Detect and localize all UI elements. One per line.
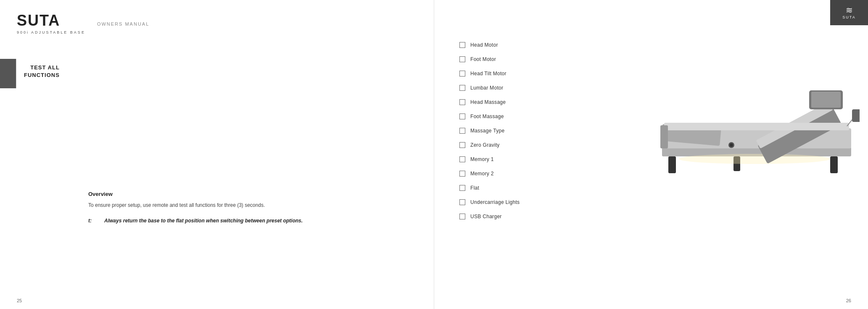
checklist-label-usb-charger: USB Charger [470,214,502,219]
checkbox-lumbar-motor[interactable] [459,85,465,91]
checklist-item-foot-massage: Foot Massage [459,114,619,119]
svg-rect-9 [664,123,849,130]
checklist-label-lumbar-motor: Lumbar Motor [470,85,503,91]
checklist-item-foot-motor: Foot Motor [459,56,619,62]
checklist-item-head-massage: Head Massage [459,99,619,105]
section-bar-block [0,59,16,88]
checklist-area: Head MotorFoot MotorHead Tilt MotorLumba… [459,42,619,228]
checklist-item-memory-2: Memory 2 [459,171,619,177]
main-content: Overview To ensure proper setup, use rem… [88,59,417,292]
checkbox-zero-gravity[interactable] [459,142,465,148]
note-text: t: Always return the base to the flat po… [88,217,417,225]
checkbox-foot-motor[interactable] [459,56,465,62]
checkbox-massage-type[interactable] [459,128,465,134]
overview-body: To ensure proper setup, use remote and t… [88,201,417,209]
manual-label: OWNERS MANUAL [97,20,149,26]
logo-wave-icon: ≋ [842,6,855,14]
top-right-logo: ≋ SUTA [830,0,868,25]
bed-image-area [649,55,860,177]
checkbox-usb-charger[interactable] [459,214,465,219]
top-logo-text: SUTA [842,15,855,19]
checkbox-head-tilt-motor[interactable] [459,71,465,77]
section-title-line2: FUNCTIONS [24,71,60,79]
checklist-item-head-motor: Head Motor [459,42,619,48]
checklist-item-head-tilt-motor: Head Tilt Motor [459,71,619,77]
section-title-line1: TEST ALL [24,64,60,71]
svg-point-13 [730,143,733,147]
checklist-label-flat: Flat [470,185,479,191]
page-left: SUTA 900i ADJUSTABLE BASE OWNERS MANUAL … [0,0,434,309]
page-number-26: 26 [846,298,851,303]
section-bar-text: TEST ALL FUNCTIONS [16,59,67,88]
checklist-item-undercarriage-lights: Undercarriage Lights [459,199,619,205]
checkbox-undercarriage-lights[interactable] [459,199,465,205]
svg-rect-1 [668,156,676,173]
checklist-item-lumbar-motor: Lumbar Motor [459,85,619,91]
checklist-label-memory-1: Memory 1 [470,156,494,162]
logo-area: SUTA 900i ADJUSTABLE BASE [17,12,85,35]
checklist-label-foot-motor: Foot Motor [470,56,496,62]
checkbox-memory-2[interactable] [459,171,465,177]
checkbox-head-motor[interactable] [459,42,465,48]
checklist-label-memory-2: Memory 2 [470,171,494,177]
checklist-item-flat: Flat [459,185,619,191]
brand-logo: SUTA [17,12,85,29]
checklist-label-head-massage: Head Massage [470,99,506,105]
svg-rect-11 [811,92,841,108]
note-body: Always return the base to the flat posit… [104,218,303,224]
checkbox-memory-1[interactable] [459,156,465,162]
checkbox-foot-massage[interactable] [459,114,465,119]
checklist-item-massage-type: Massage Type [459,128,619,134]
overview-section: Overview To ensure proper setup, use rem… [88,191,417,225]
checkbox-flat[interactable] [459,185,465,191]
checkbox-head-massage[interactable] [459,99,465,105]
bed-illustration [649,55,860,177]
checklist-item-usb-charger: USB Charger [459,214,619,219]
overview-heading: Overview [88,191,417,197]
checklist-item-memory-1: Memory 1 [459,156,619,162]
logo-subline: 900i ADJUSTABLE BASE [17,30,85,35]
svg-rect-15 [852,109,860,122]
top-logo-inner: ≋ SUTA [842,6,855,19]
header: SUTA 900i ADJUSTABLE BASE OWNERS MANUAL [0,0,434,35]
checklist-label-zero-gravity: Zero Gravity [470,142,500,148]
checklist-label-undercarriage-lights: Undercarriage Lights [470,199,520,205]
checklist-item-zero-gravity: Zero Gravity [459,142,619,148]
svg-rect-3 [830,156,838,173]
page-number-25: 25 [17,298,22,303]
checklist-label-massage-type: Massage Type [470,128,504,134]
note-label: t: [88,218,92,224]
checklist-label-head-tilt-motor: Head Tilt Motor [470,71,507,77]
page-right: ≋ SUTA Head MotorFoot MotorHead Tilt Mot… [434,0,868,309]
svg-point-4 [679,154,830,164]
checklist-label-foot-massage: Foot Massage [470,114,504,119]
svg-rect-16 [660,125,668,148]
checklist-label-head-motor: Head Motor [470,42,498,48]
section-bar: TEST ALL FUNCTIONS [0,59,67,88]
